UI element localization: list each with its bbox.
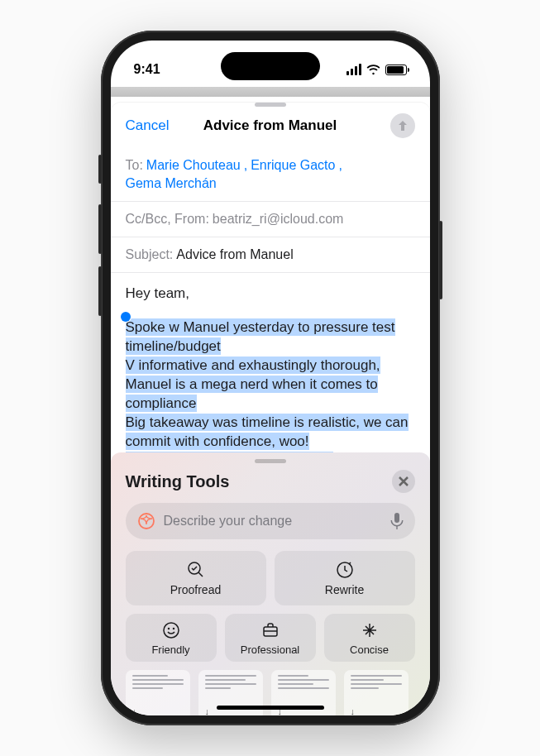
download-icon: ↓ — [132, 706, 137, 715]
body-greeting: Hey team, — [126, 285, 415, 304]
subject-value: Advice from Manuel — [176, 247, 293, 262]
cc-bcc-from-field[interactable]: Cc/Bcc, From: beatriz_ri@icloud.com — [111, 202, 430, 237]
to-label: To: — [126, 158, 143, 173]
proofread-label: Proofread — [170, 583, 221, 596]
sheet-grabber[interactable] — [255, 103, 286, 107]
wifi-icon — [366, 65, 380, 75]
professional-button[interactable]: Professional — [225, 614, 316, 662]
navigation-bar: Cancel Advice from Manuel — [111, 110, 430, 148]
battery-icon — [385, 65, 407, 75]
recipient[interactable]: Enrique Gacto — [251, 158, 335, 173]
silent-switch — [98, 155, 102, 184]
compose-sheet: Cancel Advice from Manuel To: Marie Chou… — [111, 103, 430, 508]
concise-button[interactable]: Concise — [324, 614, 415, 662]
rewrite-label: Rewrite — [325, 583, 364, 596]
intelligence-icon — [137, 512, 155, 530]
writing-tools-title: Writing Tools — [126, 472, 230, 491]
recipient[interactable]: Marie Chouteau — [146, 158, 241, 173]
close-button[interactable] — [392, 470, 415, 493]
to-field[interactable]: To: Marie Chouteau, Enrique Gacto, Gema … — [111, 148, 430, 202]
rewrite-button[interactable]: Rewrite — [275, 551, 415, 605]
cancel-button[interactable]: Cancel — [126, 117, 170, 134]
svg-point-5 — [173, 628, 174, 629]
recipient[interactable]: Gema Merchán — [126, 176, 217, 191]
format-card[interactable]: ↓ — [344, 670, 409, 715]
home-indicator[interactable] — [217, 706, 324, 710]
subject-field[interactable]: Subject: Advice from Manuel — [111, 237, 430, 273]
svg-point-3 — [164, 623, 179, 638]
close-icon — [399, 476, 409, 486]
status-time: 9:41 — [134, 62, 160, 77]
download-icon: ↓ — [205, 706, 210, 715]
smile-icon — [161, 620, 181, 640]
magnify-check-icon — [186, 560, 206, 580]
format-card[interactable]: ↓ — [126, 670, 190, 715]
phone-frame: 9:41 Cancel Advice from Manuel To: Marie… — [101, 31, 440, 725]
friendly-button[interactable]: Friendly — [126, 614, 217, 662]
concise-label: Concise — [350, 644, 389, 656]
from-address: beatriz_ri@icloud.com — [213, 212, 344, 227]
selection-handle-start[interactable] — [121, 312, 131, 322]
cc-label: Cc/Bcc, From: — [126, 212, 209, 227]
dynamic-island — [221, 52, 320, 80]
rewrite-icon — [335, 560, 355, 580]
writing-tools-panel: Writing Tools Describe your change Proof… — [111, 452, 430, 715]
friendly-label: Friendly — [151, 644, 189, 656]
panel-grabber[interactable] — [255, 459, 286, 463]
cellular-icon — [346, 64, 361, 75]
professional-label: Professional — [241, 644, 300, 656]
screen: 9:41 Cancel Advice from Manuel To: Marie… — [111, 41, 430, 715]
describe-placeholder: Describe your change — [164, 514, 382, 529]
subject-label: Subject: — [126, 247, 174, 262]
sparkle-icon — [360, 620, 380, 640]
describe-change-input[interactable]: Describe your change — [126, 503, 415, 539]
arrow-up-icon — [397, 120, 409, 132]
power-button — [439, 221, 442, 299]
microphone-icon[interactable] — [390, 513, 404, 529]
download-icon: ↓ — [351, 706, 356, 715]
volume-down-button — [98, 266, 102, 316]
proofread-button[interactable]: Proofread — [126, 551, 266, 605]
svg-point-4 — [168, 628, 169, 629]
send-button[interactable] — [390, 113, 415, 138]
sheet-background — [111, 87, 430, 97]
briefcase-icon — [260, 620, 280, 640]
volume-up-button — [98, 204, 102, 254]
